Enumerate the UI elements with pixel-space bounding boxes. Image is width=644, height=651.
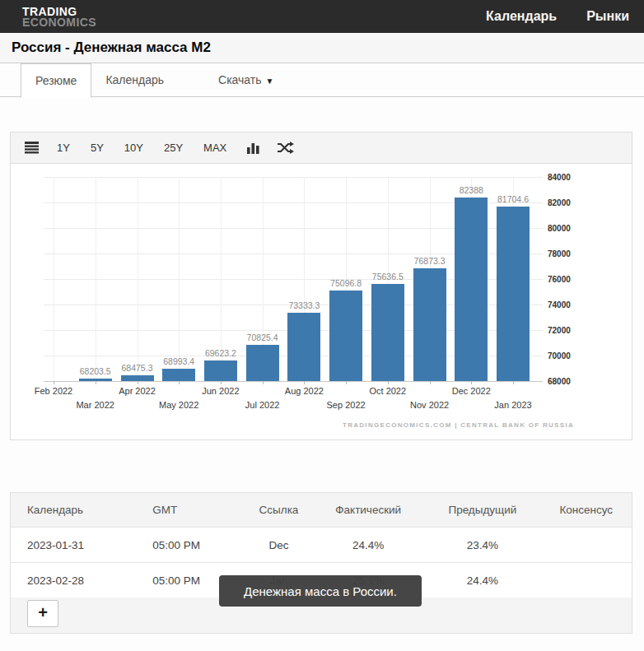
column-header: Фактический	[312, 493, 424, 528]
table-cell: Dec	[245, 528, 312, 563]
y-axis-label: 70000	[548, 351, 586, 360]
table-cell	[540, 563, 632, 598]
tab-2[interactable]: Скачать▼	[204, 63, 287, 97]
bar-value-label: 69623.2	[186, 348, 255, 358]
x-gridline	[96, 177, 96, 381]
x-axis-tick	[138, 381, 138, 384]
table-cell: 23.4%	[424, 528, 540, 563]
x-axis-label: Apr 2022	[103, 386, 172, 396]
column-header: Календарь	[11, 493, 137, 528]
y-axis-label: 68000	[548, 377, 586, 386]
table-cell: 05:00 PM	[136, 528, 245, 563]
x-axis-label: Jun 2022	[186, 386, 255, 396]
chart-panel: 1Y5Y10Y25YMAX TRADINGECONOMICS.COM | CEN…	[10, 132, 632, 440]
page-title: Россия - Денежная масса М2	[12, 40, 211, 56]
column-header: GMT	[136, 493, 245, 528]
bar	[371, 284, 404, 381]
trading-economics-logo[interactable]: TRADING ECONOMICS	[22, 5, 96, 28]
tooltip-text: Денежная масса в России.	[244, 584, 397, 598]
nav-item-markets[interactable]: Рынки	[586, 9, 629, 24]
range-button-1y[interactable]: 1Y	[57, 142, 70, 154]
range-button-5y[interactable]: 5Y	[91, 142, 104, 154]
x-axis-tick	[346, 381, 347, 384]
title-bar: Россия - Денежная масса М2	[0, 33, 644, 63]
chart-toolbar: 1Y5Y10Y25YMAX	[11, 133, 632, 164]
x-axis-tick	[388, 381, 389, 384]
x-axis-label: Dec 2022	[436, 386, 506, 396]
compare-shuffle-icon[interactable]	[278, 142, 294, 154]
nav-item-calendar[interactable]: Календарь	[486, 9, 557, 24]
y-gridline	[44, 177, 543, 178]
x-gridline	[179, 177, 180, 381]
bar	[79, 379, 112, 381]
y-gridline	[44, 381, 543, 382]
range-button-max[interactable]: MAX	[203, 142, 226, 154]
tab-bar: РезюмеКалендарьСкачать▼	[0, 63, 644, 97]
x-axis-tick	[54, 381, 54, 384]
range-button-10y[interactable]: 10Y	[124, 142, 143, 154]
main-nav: КалендарьРынки	[486, 9, 634, 24]
chart-attribution: TRADINGECONOMICS.COM | CENTRAL BANK OF R…	[343, 421, 574, 429]
y-axis-label: 76000	[548, 275, 586, 284]
x-axis-label: Nov 2022	[395, 400, 464, 410]
range-buttons: 1Y5Y10Y25YMAX	[57, 142, 247, 154]
table-cell: 2023-01-31	[11, 528, 137, 563]
y-axis-label: 72000	[548, 326, 586, 335]
bar	[287, 313, 320, 381]
calendar-icon[interactable]	[25, 142, 39, 155]
table-cell: 2023-02-28	[11, 563, 137, 598]
x-axis-tick	[430, 381, 431, 384]
table-cell	[540, 528, 632, 563]
x-axis-label: Jul 2022	[228, 400, 297, 410]
bar-value-label: 70825.4	[228, 332, 297, 342]
x-axis-tick	[513, 381, 514, 384]
x-gridline	[54, 177, 54, 381]
tab-1[interactable]: Календарь	[91, 63, 178, 97]
bar-value-label: 75636.5	[353, 272, 422, 281]
tab-0[interactable]: Резюме	[21, 63, 91, 98]
table-row: 2023-01-3105:00 PMDec24.4%23.4%	[11, 528, 632, 563]
x-gridline	[138, 177, 138, 381]
bar-value-label: 81704.6	[478, 194, 548, 204]
x-axis-label: Feb 2022	[19, 386, 88, 396]
x-axis-label: Mar 2022	[61, 400, 130, 410]
y-axis-label: 74000	[548, 300, 586, 309]
site-header: TRADING ECONOMICS КалендарьРынки	[0, 0, 644, 33]
table-cell: 24.4%	[312, 528, 424, 563]
x-axis-label: Aug 2022	[269, 386, 338, 396]
x-axis-tick	[471, 381, 472, 384]
x-axis-tick	[179, 381, 180, 384]
dropdown-caret-icon: ▼	[266, 77, 274, 86]
x-axis-label: May 2022	[144, 400, 213, 410]
x-axis-label: Jan 2023	[478, 400, 548, 410]
x-axis-tick	[221, 381, 222, 384]
y-axis-label: 82000	[548, 198, 586, 207]
bar-value-label: 73333.3	[269, 300, 338, 310]
page: TRADING ECONOMICS КалендарьРынки Россия …	[0, 0, 644, 651]
x-axis-tick	[96, 381, 96, 384]
logo-line-2: ECONOMICS	[22, 17, 96, 28]
bar-value-label: 76873.3	[395, 256, 464, 266]
bar	[455, 198, 488, 381]
column-header: Ссылка	[245, 493, 312, 528]
add-indicator-button[interactable]: +	[27, 600, 58, 627]
x-axis-tick	[263, 381, 264, 384]
column-chart-icon[interactable]	[247, 142, 259, 154]
calendar-table-head: КалендарьGMTСсылкаФактическийПредыдущийК…	[11, 493, 632, 528]
column-header: Консенсус	[540, 493, 632, 528]
y-axis-label: 78000	[548, 249, 586, 258]
column-header: Предыдущий	[424, 493, 540, 528]
y-axis-label: 80000	[548, 224, 586, 233]
x-axis-label: Oct 2022	[353, 386, 422, 396]
y-axis-label: 84000	[548, 173, 586, 182]
x-axis-tick	[304, 381, 305, 384]
tooltip: Денежная масса в России.	[219, 575, 422, 607]
x-axis-label: Sep 2022	[311, 400, 380, 410]
table-cell: 24.4%	[424, 563, 540, 598]
range-button-25y[interactable]: 25Y	[164, 142, 183, 154]
bar	[413, 268, 446, 382]
bar	[497, 207, 530, 381]
chart-plot-area: TRADINGECONOMICS.COM | CENTRAL BANK OF R…	[11, 164, 632, 439]
